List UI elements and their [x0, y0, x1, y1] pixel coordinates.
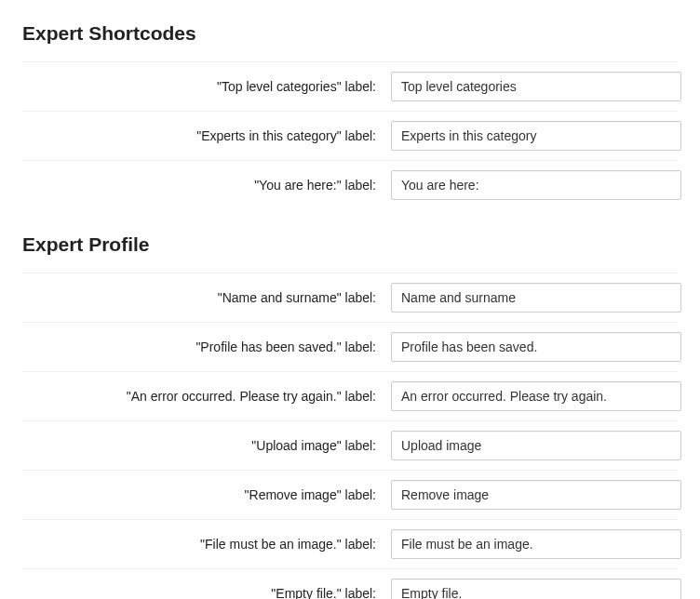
section-expert-shortcodes: Expert Shortcodes "Top level categories"…: [22, 22, 678, 209]
field-label: "File must be an image." label:: [22, 520, 385, 569]
table-row: "Experts in this category" label:: [22, 112, 678, 161]
field-label: "Profile has been saved." label:: [22, 323, 385, 372]
table-row: "Name and surname" label:: [22, 273, 678, 323]
field-label: "You are here:" label:: [22, 161, 385, 210]
field-label: "Upload image" label:: [22, 421, 385, 471]
table-row: "Remove image" label:: [22, 471, 678, 520]
file-must-be-image-input[interactable]: [391, 529, 681, 559]
table-row: "You are here:" label:: [22, 161, 678, 210]
section-heading-profile: Expert Profile: [22, 233, 678, 256]
section-expert-profile: Expert Profile "Name and surname" label:…: [22, 233, 678, 599]
you-are-here-input[interactable]: [391, 170, 681, 200]
name-surname-input[interactable]: [391, 283, 681, 313]
experts-in-category-input[interactable]: [391, 121, 681, 151]
form-table-shortcodes: "Top level categories" label: "Experts i…: [22, 61, 678, 209]
field-label: "Remove image" label:: [22, 471, 385, 520]
table-row: "Upload image" label:: [22, 421, 678, 471]
empty-file-input[interactable]: [391, 579, 681, 599]
field-label: "An error occurred. Please try again." l…: [22, 372, 385, 421]
table-row: "Top level categories" label:: [22, 62, 678, 112]
error-occurred-input[interactable]: [391, 381, 681, 411]
profile-saved-input[interactable]: [391, 332, 681, 362]
form-table-profile: "Name and surname" label: "Profile has b…: [22, 273, 678, 599]
top-level-categories-input[interactable]: [391, 72, 681, 101]
table-row: "File must be an image." label:: [22, 520, 678, 569]
table-row: "Empty file." label:: [22, 569, 678, 600]
field-label: "Top level categories" label:: [22, 62, 385, 112]
field-label: "Name and surname" label:: [22, 273, 385, 323]
section-heading-shortcodes: Expert Shortcodes: [22, 22, 678, 45]
field-label: "Experts in this category" label:: [22, 112, 385, 161]
table-row: "Profile has been saved." label:: [22, 323, 678, 372]
remove-image-input[interactable]: [391, 480, 681, 510]
field-label: "Empty file." label:: [22, 569, 385, 600]
settings-page: Expert Shortcodes "Top level categories"…: [0, 0, 700, 599]
table-row: "An error occurred. Please try again." l…: [22, 372, 678, 421]
upload-image-input[interactable]: [391, 431, 681, 460]
